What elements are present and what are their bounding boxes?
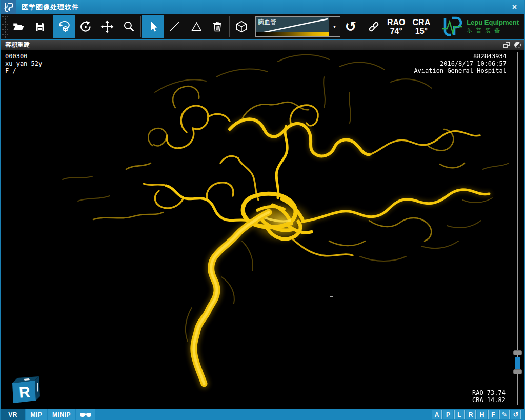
rao-label: RAO <box>387 18 406 27</box>
magnifier-icon <box>123 20 135 33</box>
open-folder-icon <box>12 20 25 33</box>
toolbar-separator <box>362 16 362 37</box>
open-file-button[interactable] <box>8 15 29 38</box>
rao-value: 74° <box>387 27 406 35</box>
close-icon[interactable]: × <box>512 3 517 12</box>
preset-label: 脑血管 <box>258 18 276 27</box>
orient-f-button[interactable]: F <box>488 410 498 419</box>
pencil-icon: ✎ <box>502 411 508 418</box>
glasses-icon <box>79 412 92 418</box>
trash-icon <box>211 21 224 33</box>
render-mode-bar: VR MIP MINIP A P L R H F ✎ ↺ <box>1 409 524 420</box>
cra-readout: CRA 14.82 <box>472 396 506 404</box>
slider-upper-handle[interactable] <box>513 350 522 355</box>
select-cursor-button[interactable] <box>142 15 164 38</box>
link-views-button[interactable] <box>364 15 384 38</box>
rotate-icon <box>79 20 92 33</box>
angle-icon <box>190 20 203 33</box>
rotate-button[interactable] <box>75 15 96 38</box>
slider-lower-handle[interactable] <box>513 369 522 374</box>
undo-button[interactable]: ↺ <box>340 15 361 38</box>
zoom-tool-button[interactable] <box>118 15 139 38</box>
study-datetime: 2016/8/17 10:06:57 <box>440 60 507 67</box>
annotate-button[interactable]: ✎ <box>499 410 510 419</box>
stereo-3d-button[interactable] <box>76 409 95 420</box>
study-info-overlay: 882843934 2016/8/17 10:06:57 Aviation Ge… <box>414 53 507 74</box>
lepu-logo-icon <box>441 16 463 37</box>
patient-id: 000300 <box>5 53 27 60</box>
measure-angle-button[interactable] <box>185 15 207 38</box>
window-title: 医学图像处理软件 <box>22 3 79 12</box>
tab-mip[interactable]: MIP <box>26 409 47 420</box>
orientation-cube[interactable]: R <box>5 375 43 405</box>
rao-readout: RAO 73.74 <box>472 389 506 396</box>
rotate-3d-icon <box>57 20 71 33</box>
pan-icon <box>100 20 114 33</box>
restore-window-icon[interactable] <box>503 42 510 48</box>
view-tab-title: 容积重建 <box>5 41 30 49</box>
preset-gradient-bar <box>256 32 329 36</box>
cube-icon <box>235 20 248 33</box>
tab-minip[interactable]: MINIP <box>48 409 75 420</box>
orient-h-button[interactable]: H <box>477 410 487 419</box>
angiogram-rendering <box>1 50 524 409</box>
preset-dropdown[interactable]: 脑血管 ▾ <box>255 16 340 37</box>
title-bar: 医学图像处理软件 × <box>1 0 524 14</box>
brand-name-en: Lepu Equipment <box>467 18 519 26</box>
accession-number: 882843934 <box>473 53 507 60</box>
tab-vr[interactable]: VR <box>1 409 25 420</box>
cra-value: 15° <box>413 27 431 35</box>
toolbar-separator <box>140 16 141 37</box>
angle-readout: RAO 74° CRA 15° <box>387 18 430 35</box>
link-icon <box>367 20 380 33</box>
line-icon <box>168 20 181 33</box>
measure-dot <box>330 296 333 297</box>
orientation-readout-overlay: RAO 73.74 CRA 14.82 <box>472 389 506 404</box>
orientation-buttons: A P L R H F ✎ ↺ <box>431 409 524 420</box>
orient-r-button[interactable]: R <box>466 410 476 419</box>
volume-render-viewport[interactable]: 000300 xu yan 52y F / 882843934 2016/8/1… <box>1 50 524 409</box>
orient-l-button[interactable]: L <box>454 410 465 419</box>
save-button[interactable] <box>29 15 51 38</box>
brand-logo: Lepu Equipment 乐普装备 <box>441 16 519 37</box>
contrast-icon[interactable] <box>514 42 521 48</box>
patient-sex: F / <box>5 67 16 74</box>
pan-button[interactable] <box>96 15 118 38</box>
patient-info-overlay: 000300 xu yan 52y F / <box>5 53 42 74</box>
undo-icon: ↺ <box>345 19 357 33</box>
toolbar-separator <box>52 16 52 37</box>
brand-name-cn: 乐普装备 <box>467 27 519 34</box>
app-logo-icon <box>1 0 16 14</box>
cursor-icon <box>147 20 159 33</box>
orient-a-button[interactable]: A <box>432 410 442 419</box>
institution-name: Aviation General Hospital <box>414 67 507 74</box>
main-toolbar: 脑血管 ▾ ↺ RAO 74° CRA 15° <box>1 14 524 40</box>
preset-preview: 脑血管 <box>256 17 329 36</box>
measure-line-button[interactable] <box>164 15 185 38</box>
delete-button[interactable] <box>207 15 228 38</box>
toolbar-separator <box>229 16 230 37</box>
app-window: 医学图像处理软件 × <box>0 0 525 420</box>
toolbar-grip[interactable] <box>2 15 8 38</box>
save-icon <box>34 21 46 33</box>
cra-label: CRA <box>413 18 431 27</box>
orient-p-button[interactable]: P <box>443 410 453 419</box>
rotate-3d-button[interactable] <box>53 15 75 38</box>
undo-icon: ↺ <box>513 411 519 418</box>
preset-dropdown-arrow-icon[interactable]: ▾ <box>329 17 340 36</box>
cube-view-button[interactable] <box>231 15 252 38</box>
reset-view-button[interactable]: ↺ <box>511 410 521 419</box>
patient-name-age: xu yan 52y <box>5 60 42 67</box>
view-tab-bar: 容积重建 <box>1 40 524 50</box>
cube-face-letter: R <box>18 383 31 401</box>
